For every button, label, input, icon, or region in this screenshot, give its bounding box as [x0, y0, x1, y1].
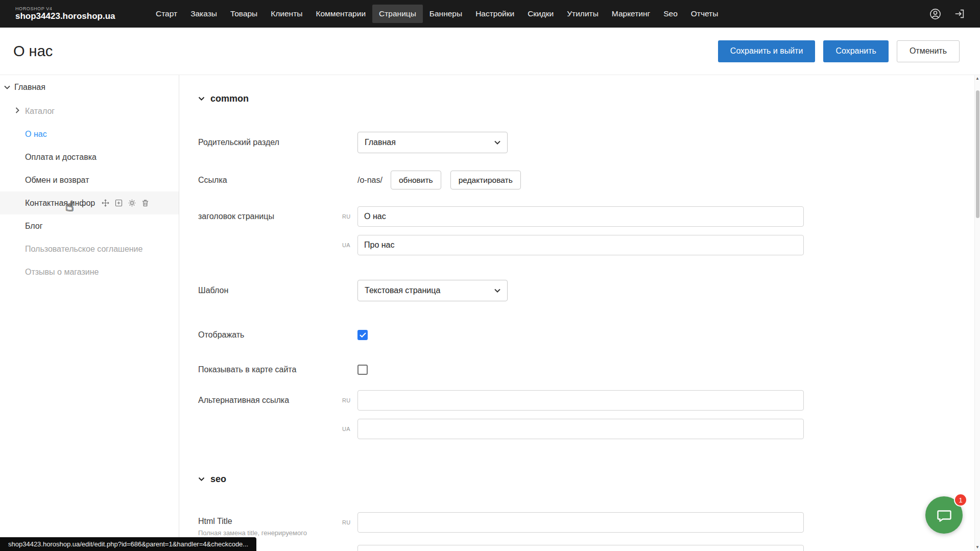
nav-utilities[interactable]: Утилиты [560, 5, 605, 23]
page-title-ua-input[interactable] [357, 235, 804, 255]
select-value: Текстовая страница [365, 286, 440, 295]
field-label: Ссылка [198, 176, 342, 185]
alt-link-ru-input[interactable] [357, 390, 804, 411]
add-icon[interactable] [114, 199, 123, 207]
pages-tree-sidebar: Главная Каталог О нас Оплата и доставка … [0, 75, 179, 551]
logout-icon[interactable] [953, 8, 966, 20]
sidebar-item-store-reviews[interactable]: Отзывы о магазине [0, 260, 179, 283]
select-value: Главная [365, 138, 396, 147]
sidebar-item-label: Отзывы о магазине [25, 268, 99, 277]
section-title: common [210, 93, 249, 104]
sidebar-item-label: Каталог [25, 107, 55, 116]
nav-seo[interactable]: Seo [657, 5, 684, 23]
sidebar-item-label: Главная [14, 83, 45, 92]
sidebar-item-label: Оплата и доставка [25, 153, 97, 162]
sidebar-item-home[interactable]: Главная [0, 75, 179, 100]
sidebar-item-payment-delivery[interactable]: Оплата и доставка [0, 146, 179, 169]
sidebar-item-catalog[interactable]: Каталог [0, 100, 179, 123]
parent-section-select[interactable]: Главная [357, 132, 508, 153]
nav-marketing[interactable]: Маркетинг [605, 5, 657, 23]
nav-start[interactable]: Старт [149, 5, 184, 23]
nav-orders[interactable]: Заказы [184, 5, 224, 23]
lang-badge-ru: RU [342, 213, 357, 220]
scroll-up-arrow[interactable]: ▲ [975, 75, 980, 82]
page-title-ua-row: UA [198, 235, 980, 255]
vertical-scrollbar[interactable]: ▲ ▼ [974, 75, 980, 551]
chat-bubble-icon [936, 507, 953, 524]
save-button[interactable]: Сохранить [823, 40, 889, 62]
sidebar-item-label: Контактная инфор [25, 199, 95, 208]
save-and-exit-button[interactable]: Сохранить и выйти [718, 40, 816, 62]
nav-settings[interactable]: Настройки [469, 5, 521, 23]
sidebar-item-exchange-return[interactable]: Обмен и возврат [0, 169, 179, 191]
sidebar-item-about[interactable]: О нас [0, 123, 179, 146]
lang-badge-ua: UA [342, 426, 357, 432]
sitemap-checkbox[interactable] [357, 365, 368, 375]
nav-banners[interactable]: Баннеры [423, 5, 469, 23]
cancel-button[interactable]: Отменить [897, 40, 960, 62]
page-title: О нас [0, 43, 53, 60]
account-icon[interactable] [929, 8, 941, 20]
page-edit-form: common Родительский раздел Главная Ссылк… [180, 75, 980, 551]
field-label-block: Html Title Полная замена title, генериру… [198, 512, 342, 537]
html-title-ua-input[interactable] [357, 545, 804, 551]
alt-link-ua-row: UA [198, 419, 980, 439]
template-row: Шаблон Текстовая страница [198, 280, 980, 301]
nav-discounts[interactable]: Скидки [521, 5, 560, 23]
chevron-down-icon [198, 97, 205, 101]
status-url-tooltip: shop34423.horoshop.ua/edit/edit.php?id=6… [0, 537, 256, 551]
scroll-down-arrow[interactable]: ▼ [975, 544, 980, 551]
chevron-right-icon [15, 107, 19, 113]
main-nav: Старт Заказы Товары Клиенты Комментарии … [149, 5, 725, 23]
move-icon[interactable] [101, 199, 110, 207]
sitemap-row: Показывать в карте сайта [198, 365, 980, 375]
sidebar-item-user-agreement[interactable]: Пользовательское соглашение [0, 237, 179, 260]
sidebar-item-blog[interactable]: Блог [0, 214, 179, 237]
alt-link-ua-input[interactable] [357, 419, 804, 439]
sidebar-item-contact-info[interactable]: Контактная инфор [0, 191, 179, 214]
delete-trash-icon[interactable] [141, 199, 150, 207]
link-path: /o-nas/ [357, 176, 383, 185]
template-select[interactable]: Текстовая страница [357, 280, 508, 301]
page-header: О нас Сохранить и выйти Сохранить Отмени… [0, 28, 980, 75]
page-title-ru-input[interactable] [357, 206, 804, 227]
field-label: Родительский раздел [198, 138, 342, 147]
link-row: Ссылка /o-nas/ обновить редактировать [198, 171, 980, 189]
alt-link-ru-row: Альтернативная ссылка RU [198, 390, 980, 411]
display-checkbox[interactable] [357, 330, 368, 340]
chat-unread-badge[interactable]: 1 [954, 493, 967, 507]
topbar: HOROSHOP V4 shop34423.horoshop.ua Старт … [0, 0, 980, 28]
field-label: Отображать [198, 330, 342, 340]
section-seo[interactable]: seo [198, 474, 980, 485]
sidebar-item-label: Обмен и возврат [25, 176, 89, 185]
html-title-ua-row: UA [198, 545, 980, 551]
edit-link-button[interactable]: редактировать [450, 171, 521, 189]
html-title-ru-input[interactable] [357, 512, 804, 533]
scrollbar-thumb[interactable] [976, 90, 979, 218]
page-title-ru-row: заголовок страницы RU [198, 206, 980, 227]
section-common[interactable]: common [198, 93, 980, 104]
sidebar-item-label: О нас [25, 130, 47, 139]
refresh-link-button[interactable]: обновить [391, 171, 441, 189]
nav-reports[interactable]: Отчеты [684, 5, 725, 23]
field-label: Показывать в карте сайта [198, 365, 342, 374]
chevron-down-icon [494, 289, 500, 293]
brand[interactable]: HOROSHOP V4 shop34423.horoshop.ua [0, 7, 149, 21]
nav-pages[interactable]: Страницы [372, 5, 423, 23]
field-label: заголовок страницы [198, 212, 342, 221]
field-label: Альтернативная ссылка [198, 396, 342, 405]
chevron-down-icon [494, 140, 500, 145]
settings-gear-icon[interactable] [128, 199, 136, 207]
nav-comments[interactable]: Комментарии [309, 5, 372, 23]
field-label: Html Title [198, 517, 342, 526]
field-hint: Полная замена title, генерируемого [198, 529, 342, 537]
nav-clients[interactable]: Клиенты [264, 5, 309, 23]
sidebar-item-label: Пользовательское соглашение [25, 245, 142, 254]
html-title-ru-row: Html Title Полная замена title, генериру… [198, 512, 980, 537]
lang-badge-ru: RU [342, 397, 357, 403]
sidebar-item-label: Блог [25, 222, 43, 231]
nav-products[interactable]: Товары [224, 5, 264, 23]
header-buttons: Сохранить и выйти Сохранить Отменить [718, 40, 980, 62]
check-icon [360, 332, 366, 338]
chevron-down-icon [4, 85, 10, 89]
